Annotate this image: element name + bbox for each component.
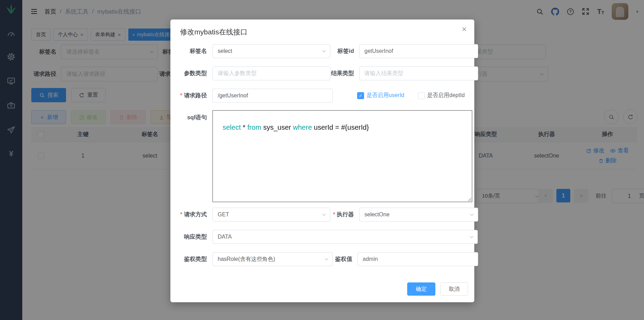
- sql-editor[interactable]: select * from sys_user where userId = #{…: [212, 110, 472, 202]
- result-type-label: 结果类型: [316, 66, 354, 80]
- chevron-down-icon: [469, 212, 474, 217]
- result-type-field[interactable]: [359, 66, 478, 80]
- button-label: 确定: [416, 286, 427, 293]
- executor-label: 执行器: [316, 208, 354, 221]
- auth-value-field[interactable]: [357, 252, 478, 266]
- method-select[interactable]: GET: [212, 208, 330, 222]
- confirm-button[interactable]: 确定: [407, 282, 435, 296]
- response-type-label: 响应类型: [170, 230, 207, 243]
- sql-keyword: select: [223, 123, 241, 131]
- auth-value-label: 鉴权值: [316, 252, 352, 265]
- param-type-input[interactable]: [218, 70, 325, 77]
- response-type-select[interactable]: DATA: [212, 230, 478, 244]
- sql-keyword: where: [293, 123, 312, 131]
- result-type-input[interactable]: [364, 70, 473, 77]
- tag-id-input[interactable]: [364, 48, 473, 54]
- select-value: selectOne: [364, 211, 389, 218]
- resize-handle-icon[interactable]: [468, 198, 472, 201]
- auth-type-label: 鉴权类型: [170, 252, 207, 265]
- select-value: hasRole(含有这些角色): [218, 256, 275, 263]
- sql-text: sys_user: [261, 123, 293, 131]
- auth-type-select[interactable]: hasRole(含有这些角色): [212, 252, 333, 266]
- edit-mybatis-dialog: 修改mybatis在线接口 × 标签名 select 标签id 参数类型 结果类…: [170, 19, 474, 302]
- path-input[interactable]: [218, 93, 328, 99]
- enable-deptid-label[interactable]: 是否启用deptId: [427, 89, 465, 102]
- tag-id-field[interactable]: [359, 44, 478, 58]
- executor-select[interactable]: selectOne: [359, 208, 478, 222]
- check-icon: ✓: [359, 93, 362, 98]
- sql-text: *: [241, 123, 247, 131]
- select-value: DATA: [218, 234, 232, 240]
- cancel-button[interactable]: 取消: [440, 282, 468, 296]
- enable-deptid-checkbox[interactable]: [418, 92, 425, 99]
- param-type-field[interactable]: [212, 66, 330, 80]
- button-label: 取消: [449, 286, 460, 293]
- tag-name-label: 标签名: [170, 44, 207, 57]
- sql-label: sql语句: [170, 112, 207, 122]
- tag-name-select[interactable]: select: [212, 44, 330, 58]
- select-value: GET: [218, 211, 229, 218]
- param-type-label: 参数类型: [170, 66, 207, 80]
- chevron-down-icon: [469, 234, 474, 239]
- select-value: select: [218, 48, 232, 54]
- dialog-title: 修改mybatis在线接口: [180, 27, 248, 37]
- tag-id-label: 标签id: [316, 44, 354, 57]
- auth-value-input[interactable]: [363, 256, 473, 262]
- enable-userid-checkbox[interactable]: ✓: [357, 92, 364, 99]
- enable-userid-label[interactable]: 是否启用userId: [367, 89, 404, 102]
- sql-text: userId = #{userId}: [312, 123, 369, 131]
- path-label: 请求路径: [170, 89, 207, 102]
- method-label: 请求方式: [170, 208, 207, 221]
- path-field[interactable]: [212, 89, 333, 103]
- dialog-close-icon[interactable]: ×: [462, 24, 467, 34]
- sql-keyword: from: [247, 123, 261, 131]
